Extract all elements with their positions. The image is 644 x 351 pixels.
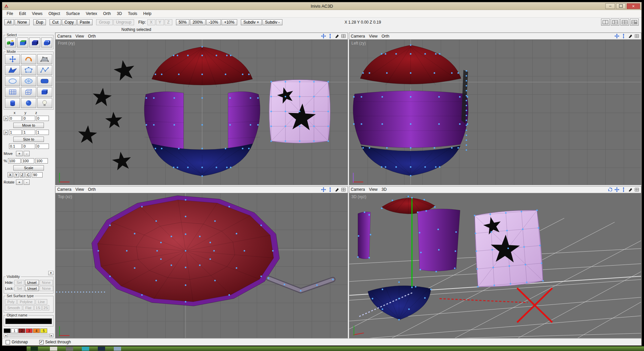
scale-button[interactable]: Scale <box>13 165 44 171</box>
cut-button[interactable]: Cut <box>50 19 61 25</box>
tool-polyline-button[interactable] <box>37 65 52 75</box>
surface-polyline-button[interactable]: Polyline <box>17 299 35 304</box>
select-through-checkbox[interactable]: ✔ <box>39 340 44 344</box>
pan-icon[interactable] <box>614 187 619 192</box>
rotate-minus-button[interactable]: - <box>24 179 30 185</box>
menu-edit[interactable]: Edit <box>16 10 29 17</box>
menu-views[interactable]: Views <box>29 10 46 17</box>
movestep-x-field[interactable] <box>9 144 22 149</box>
palette-swatch-5[interactable]: 5 <box>40 328 47 333</box>
top-orth-menu[interactable]: Orth <box>88 187 97 192</box>
3d-view-menu[interactable]: View <box>369 187 380 192</box>
sizeto-x-field[interactable] <box>9 130 22 135</box>
scale-z-field[interactable] <box>35 158 48 164</box>
left-orth-menu[interactable]: Orth <box>382 34 391 39</box>
menu-vertex[interactable]: Vertex <box>83 10 100 17</box>
zoom-vertical-icon[interactable] <box>328 34 333 39</box>
pan-icon[interactable] <box>321 34 326 39</box>
lock-unsel-button[interactable]: Unsel <box>25 286 39 291</box>
select-mode-object-button[interactable] <box>17 38 28 48</box>
duplicate-button[interactable]: Dup <box>33 19 46 25</box>
rotate-angle-field[interactable] <box>32 172 43 177</box>
left-camera-menu[interactable]: Camera <box>351 34 367 39</box>
subdivide-minus-button[interactable]: Subdiv - <box>262 19 282 25</box>
zoom-minus10-button[interactable]: -10% <box>206 19 221 25</box>
palette-scroll-track[interactable] <box>8 334 50 337</box>
movestep-z-field[interactable] <box>36 144 49 149</box>
menu-tools[interactable]: Tools <box>125 10 140 17</box>
zoom-vertical-icon[interactable] <box>621 34 626 39</box>
layout-quad-button[interactable] <box>620 19 629 26</box>
rotate-plus-button[interactable]: + <box>16 179 23 185</box>
left-viewport-canvas[interactable]: Left (zy) <box>349 40 641 185</box>
menu-3d[interactable]: 3D <box>114 10 125 17</box>
zoom-200-button[interactable]: 200% <box>190 19 206 25</box>
rotate-axis-x-button[interactable]: X <box>8 172 13 177</box>
size-to-button[interactable]: Size to <box>13 137 44 142</box>
lock-sel-button[interactable]: Sel <box>14 286 24 291</box>
surface-flat-button[interactable]: Flat <box>23 305 34 310</box>
flip-x-button[interactable]: X <box>147 19 155 25</box>
pen-icon[interactable] <box>628 34 633 39</box>
tool-light-button[interactable] <box>37 98 52 108</box>
menu-surface[interactable]: Surface <box>63 10 83 17</box>
tool-rotate-button[interactable] <box>21 54 36 64</box>
palette-scroll-right-button[interactable]: ► <box>50 334 54 337</box>
top-camera-menu[interactable]: Camera <box>57 187 74 192</box>
rotate-axis-y-button[interactable]: Y <box>14 172 19 177</box>
hide-none-button[interactable]: None <box>40 280 53 285</box>
front-view-menu[interactable]: View <box>76 34 86 39</box>
tool-disk-button[interactable] <box>21 76 36 86</box>
select-mode-group-button[interactable] <box>5 38 16 48</box>
palette-scroll-left-button[interactable]: ◄ <box>4 334 8 337</box>
menu-object[interactable]: Object <box>46 10 63 17</box>
layout-split-button[interactable] <box>611 19 619 26</box>
moveto-y-field[interactable] <box>23 116 35 121</box>
select-mode-surface-button[interactable] <box>29 38 40 48</box>
maximize-button[interactable] <box>616 3 626 9</box>
rotate-axis-c-button[interactable]: C <box>26 172 31 177</box>
sizeto-y-field[interactable] <box>23 130 35 135</box>
zoom-vertical-icon[interactable] <box>328 187 333 192</box>
subdivide-plus-button[interactable]: Subdiv + <box>241 19 262 25</box>
pan-icon[interactable] <box>614 34 619 39</box>
paste-button[interactable]: Paste <box>77 19 93 25</box>
moveto-x-field[interactable] <box>9 116 22 121</box>
palette-swatch-3[interactable]: 3 <box>26 328 33 333</box>
tool-ellipse-button[interactable] <box>5 76 20 86</box>
sizeto-prompt-button[interactable]: > <box>4 130 8 135</box>
front-camera-menu[interactable]: Camera <box>57 34 74 39</box>
tool-mesh-box-button[interactable] <box>21 87 36 97</box>
sizeto-z-field[interactable] <box>36 130 49 135</box>
tool-move-button[interactable] <box>5 54 20 64</box>
palette-swatch-4[interactable]: 4 <box>33 328 40 333</box>
pan-icon[interactable] <box>321 187 326 192</box>
move-to-button[interactable]: Move to <box>13 123 44 128</box>
surface-poly-button[interactable]: Poly <box>5 299 17 304</box>
taskbar-icon[interactable] <box>50 347 57 351</box>
palette-swatch-1[interactable]: 1 <box>11 328 18 333</box>
minimize-button[interactable]: – <box>605 3 615 9</box>
palette-swatch-2[interactable]: 2 <box>18 328 25 333</box>
panel-scroll-down-button[interactable]: ▼ <box>48 271 54 275</box>
movestep-y-field[interactable] <box>23 144 35 149</box>
ungroup-button[interactable]: Ungroup <box>113 19 134 25</box>
top-view-menu[interactable]: View <box>76 187 86 192</box>
zoom-plus10-button[interactable]: +10% <box>222 19 237 25</box>
tool-rectangle-button[interactable] <box>37 76 52 86</box>
tool-sphere-button[interactable] <box>21 98 36 108</box>
hide-sel-button[interactable]: Sel <box>14 280 24 285</box>
select-all-button[interactable]: All <box>4 19 14 25</box>
pen-icon[interactable] <box>628 187 633 192</box>
zoom-50-button[interactable]: 50% <box>176 19 189 25</box>
select-mode-vertex-button[interactable] <box>41 38 52 48</box>
move-plus-button[interactable]: + <box>16 151 23 156</box>
menu-help[interactable]: Help <box>140 10 155 17</box>
front-orth-menu[interactable]: Orth <box>88 34 97 39</box>
move-minus-button[interactable]: - <box>24 151 30 156</box>
pen-icon[interactable] <box>334 34 339 39</box>
object-name-field[interactable] <box>5 318 52 324</box>
zoom-vertical-icon[interactable] <box>621 187 626 192</box>
surface-line-button[interactable]: Line <box>36 299 47 304</box>
surface-1s-button[interactable]: 1S <box>34 305 41 310</box>
